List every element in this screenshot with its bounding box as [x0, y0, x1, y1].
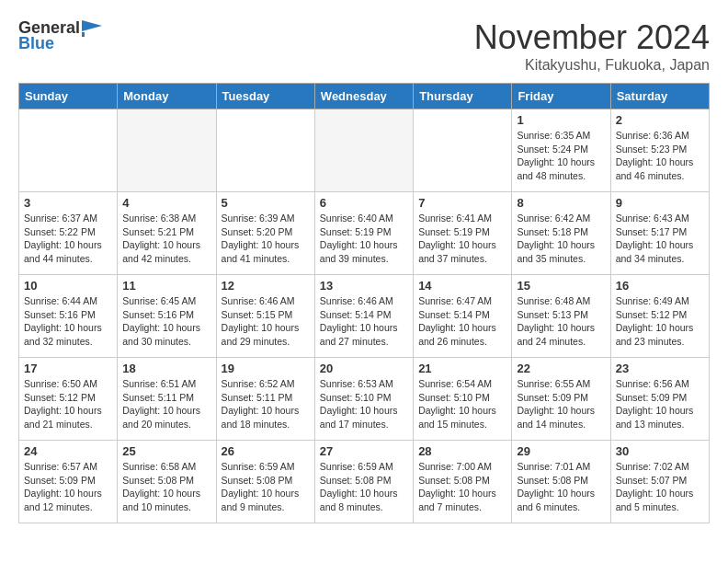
- day-info: Sunrise: 6:37 AM Sunset: 5:22 PM Dayligh…: [24, 212, 112, 266]
- day-info: Sunrise: 6:36 AM Sunset: 5:23 PM Dayligh…: [616, 129, 704, 183]
- day-number: 21: [418, 362, 506, 375]
- day-number: 7: [418, 196, 506, 210]
- calendar-cell: 30Sunrise: 7:02 AM Sunset: 5:07 PM Dayli…: [610, 441, 709, 523]
- day-info: Sunrise: 6:57 AM Sunset: 5:09 PM Dayligh…: [24, 460, 112, 514]
- day-info: Sunrise: 6:39 AM Sunset: 5:20 PM Dayligh…: [222, 212, 310, 266]
- calendar-cell: 10Sunrise: 6:44 AM Sunset: 5:16 PM Dayli…: [19, 275, 118, 358]
- calendar-cell: 5Sunrise: 6:39 AM Sunset: 5:20 PM Daylig…: [216, 192, 314, 275]
- calendar-week-1: 1Sunrise: 6:35 AM Sunset: 5:24 PM Daylig…: [19, 109, 710, 192]
- calendar-cell: [19, 109, 118, 192]
- page-header: General Blue November 2024 Kitakyushu, F…: [18, 18, 710, 74]
- calendar-cell: 23Sunrise: 6:56 AM Sunset: 5:09 PM Dayli…: [610, 358, 709, 441]
- calendar-cell: 11Sunrise: 6:45 AM Sunset: 5:16 PM Dayli…: [118, 275, 216, 358]
- calendar-cell: [118, 109, 216, 192]
- day-info: Sunrise: 6:44 AM Sunset: 5:16 PM Dayligh…: [24, 294, 112, 349]
- calendar-cell: [314, 109, 413, 192]
- day-number: 18: [122, 362, 210, 375]
- day-number: 1: [517, 113, 605, 127]
- header-saturday: Saturday: [610, 84, 709, 109]
- day-number: 5: [222, 196, 310, 210]
- day-number: 25: [122, 444, 210, 458]
- day-info: Sunrise: 7:00 AM Sunset: 5:08 PM Dayligh…: [418, 460, 506, 514]
- day-number: 22: [517, 362, 605, 375]
- calendar-week-2: 3Sunrise: 6:37 AM Sunset: 5:22 PM Daylig…: [19, 192, 710, 275]
- day-info: Sunrise: 6:35 AM Sunset: 5:24 PM Dayligh…: [517, 129, 605, 183]
- day-info: Sunrise: 6:38 AM Sunset: 5:21 PM Dayligh…: [122, 212, 210, 266]
- header-wednesday: Wednesday: [314, 84, 413, 109]
- day-info: Sunrise: 6:40 AM Sunset: 5:19 PM Dayligh…: [320, 212, 408, 266]
- calendar-week-4: 17Sunrise: 6:50 AM Sunset: 5:12 PM Dayli…: [19, 358, 710, 441]
- calendar-cell: 29Sunrise: 7:01 AM Sunset: 5:08 PM Dayli…: [512, 441, 610, 523]
- calendar-cell: [414, 109, 512, 192]
- calendar-week-3: 10Sunrise: 6:44 AM Sunset: 5:16 PM Dayli…: [19, 275, 710, 358]
- day-info: Sunrise: 6:58 AM Sunset: 5:08 PM Dayligh…: [122, 460, 210, 514]
- calendar-cell: 21Sunrise: 6:54 AM Sunset: 5:10 PM Dayli…: [414, 358, 512, 441]
- calendar-cell: 1Sunrise: 6:35 AM Sunset: 5:24 PM Daylig…: [512, 109, 610, 192]
- day-number: 20: [320, 362, 408, 375]
- day-number: 29: [517, 444, 605, 458]
- header-monday: Monday: [118, 84, 216, 109]
- day-info: Sunrise: 6:49 AM Sunset: 5:12 PM Dayligh…: [616, 294, 704, 349]
- day-number: 12: [222, 279, 310, 293]
- day-info: Sunrise: 7:01 AM Sunset: 5:08 PM Dayligh…: [517, 460, 605, 514]
- calendar-cell: [216, 109, 314, 192]
- day-number: 17: [24, 362, 112, 375]
- logo: General Blue: [18, 18, 102, 53]
- calendar-cell: 8Sunrise: 6:42 AM Sunset: 5:18 PM Daylig…: [512, 192, 610, 275]
- day-number: 16: [616, 279, 704, 293]
- calendar-cell: 28Sunrise: 7:00 AM Sunset: 5:08 PM Dayli…: [414, 441, 512, 523]
- day-number: 19: [222, 362, 310, 375]
- calendar-cell: 3Sunrise: 6:37 AM Sunset: 5:22 PM Daylig…: [19, 192, 118, 275]
- subtitle: Kitakyushu, Fukuoka, Japan: [474, 57, 710, 74]
- header-friday: Friday: [512, 84, 610, 109]
- day-info: Sunrise: 6:41 AM Sunset: 5:19 PM Dayligh…: [418, 212, 506, 266]
- day-number: 23: [616, 362, 704, 375]
- calendar-cell: 26Sunrise: 6:59 AM Sunset: 5:08 PM Dayli…: [216, 441, 314, 523]
- day-number: 8: [517, 196, 605, 210]
- calendar-cell: 18Sunrise: 6:51 AM Sunset: 5:11 PM Dayli…: [118, 358, 216, 441]
- day-info: Sunrise: 6:54 AM Sunset: 5:10 PM Dayligh…: [418, 377, 506, 431]
- day-number: 13: [320, 279, 408, 293]
- calendar-cell: 6Sunrise: 6:40 AM Sunset: 5:19 PM Daylig…: [314, 192, 413, 275]
- day-info: Sunrise: 6:46 AM Sunset: 5:14 PM Dayligh…: [320, 294, 408, 349]
- calendar-cell: 16Sunrise: 6:49 AM Sunset: 5:12 PM Dayli…: [610, 275, 709, 358]
- month-title: November 2024: [474, 18, 710, 57]
- calendar-cell: 12Sunrise: 6:46 AM Sunset: 5:15 PM Dayli…: [216, 275, 314, 358]
- calendar-table: SundayMondayTuesdayWednesdayThursdayFrid…: [18, 83, 710, 523]
- day-number: 28: [418, 444, 506, 458]
- header-thursday: Thursday: [414, 84, 512, 109]
- day-number: 2: [616, 113, 704, 127]
- calendar-cell: 25Sunrise: 6:58 AM Sunset: 5:08 PM Dayli…: [118, 441, 216, 523]
- day-info: Sunrise: 6:59 AM Sunset: 5:08 PM Dayligh…: [222, 460, 310, 514]
- day-number: 6: [320, 196, 408, 210]
- day-number: 11: [122, 279, 210, 293]
- header-tuesday: Tuesday: [216, 84, 314, 109]
- day-number: 26: [222, 444, 310, 458]
- calendar-header-row: SundayMondayTuesdayWednesdayThursdayFrid…: [19, 84, 710, 109]
- day-info: Sunrise: 6:43 AM Sunset: 5:17 PM Dayligh…: [616, 212, 704, 266]
- calendar-cell: 17Sunrise: 6:50 AM Sunset: 5:12 PM Dayli…: [19, 358, 118, 441]
- calendar-cell: 4Sunrise: 6:38 AM Sunset: 5:21 PM Daylig…: [118, 192, 216, 275]
- calendar-cell: 9Sunrise: 6:43 AM Sunset: 5:17 PM Daylig…: [610, 192, 709, 275]
- header-sunday: Sunday: [19, 84, 118, 109]
- day-number: 10: [24, 279, 112, 293]
- logo-flag-icon: [82, 20, 102, 37]
- day-info: Sunrise: 6:45 AM Sunset: 5:16 PM Dayligh…: [122, 294, 210, 349]
- day-info: Sunrise: 6:53 AM Sunset: 5:10 PM Dayligh…: [320, 377, 408, 431]
- day-number: 14: [418, 279, 506, 293]
- day-info: Sunrise: 6:56 AM Sunset: 5:09 PM Dayligh…: [616, 377, 704, 431]
- day-info: Sunrise: 6:47 AM Sunset: 5:14 PM Dayligh…: [418, 294, 506, 349]
- day-info: Sunrise: 6:42 AM Sunset: 5:18 PM Dayligh…: [517, 212, 605, 266]
- calendar-cell: 15Sunrise: 6:48 AM Sunset: 5:13 PM Dayli…: [512, 275, 610, 358]
- calendar-cell: 27Sunrise: 6:59 AM Sunset: 5:08 PM Dayli…: [314, 441, 413, 523]
- calendar-cell: 24Sunrise: 6:57 AM Sunset: 5:09 PM Dayli…: [19, 441, 118, 523]
- day-info: Sunrise: 6:50 AM Sunset: 5:12 PM Dayligh…: [24, 377, 112, 431]
- day-info: Sunrise: 6:46 AM Sunset: 5:15 PM Dayligh…: [222, 294, 310, 349]
- title-area: November 2024 Kitakyushu, Fukuoka, Japan: [474, 18, 710, 74]
- day-info: Sunrise: 6:55 AM Sunset: 5:09 PM Dayligh…: [517, 377, 605, 431]
- day-number: 4: [122, 196, 210, 210]
- day-info: Sunrise: 6:59 AM Sunset: 5:08 PM Dayligh…: [320, 460, 408, 514]
- svg-rect-1: [82, 32, 85, 37]
- day-info: Sunrise: 6:48 AM Sunset: 5:13 PM Dayligh…: [517, 294, 605, 349]
- day-info: Sunrise: 7:02 AM Sunset: 5:07 PM Dayligh…: [616, 460, 704, 514]
